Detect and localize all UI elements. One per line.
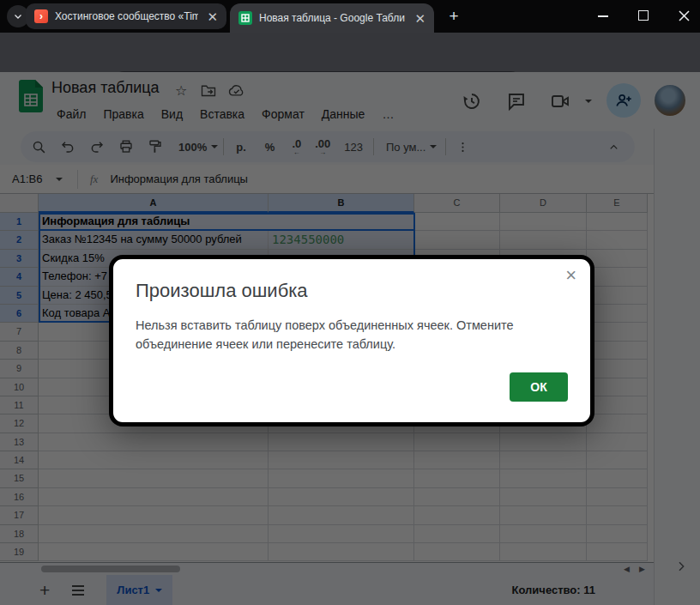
- tab-close-icon[interactable]: ✕: [205, 10, 220, 23]
- window-close-button[interactable]: [679, 10, 690, 21]
- new-tab-button[interactable]: +: [444, 7, 463, 26]
- window-maximize-button[interactable]: [638, 10, 649, 21]
- browser-window: › Хостинговое сообщество «Tim ✕ Новая та…: [0, 0, 700, 605]
- window-minimize-button[interactable]: [598, 15, 608, 17]
- browser-tab-active[interactable]: Новая таблица - Google Табли ✕: [230, 3, 434, 33]
- browser-tab-strip: › Хостинговое сообщество «Tim ✕ Новая та…: [0, 0, 700, 33]
- tab-close-icon[interactable]: ✕: [413, 12, 427, 25]
- google-sheets-icon: [238, 11, 252, 25]
- error-dialog: × Произошла ошибка Нельзя вставить табли…: [109, 255, 594, 427]
- dialog-ok-button[interactable]: ОК: [510, 372, 568, 402]
- tab-title: Новая таблица - Google Табли: [259, 12, 406, 24]
- timeweb-icon: ›: [34, 9, 48, 23]
- dialog-close-icon[interactable]: ×: [565, 266, 576, 285]
- tab-title: Хостинговое сообщество «Tim: [55, 10, 198, 22]
- chevron-down-icon: [13, 11, 23, 21]
- dialog-message: Нельзя вставить таблицу поверх объединен…: [136, 316, 575, 354]
- dialog-title: Произошла ошибка: [136, 280, 308, 302]
- browser-navbar: docs.google.com/spreadsheets/d/1uzEYMZ8U…: [0, 33, 700, 72]
- browser-tab-inactive[interactable]: › Хостинговое сообщество «Tim ✕: [26, 3, 226, 29]
